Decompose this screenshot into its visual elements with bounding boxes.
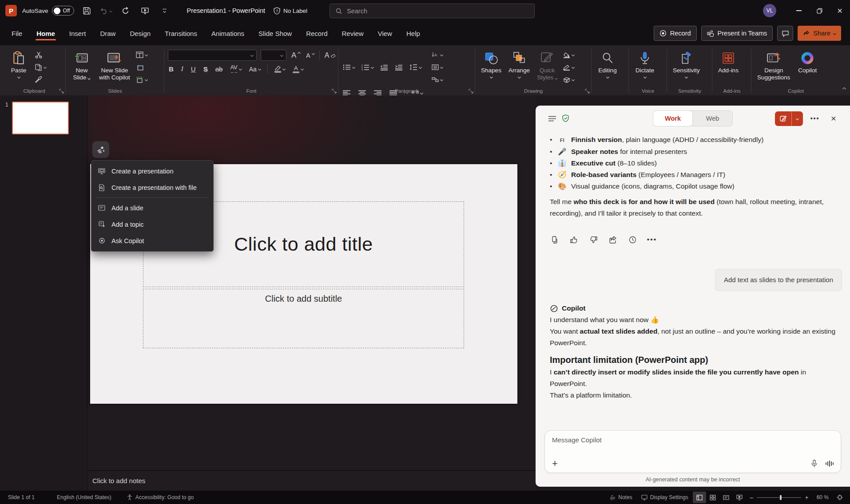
new-chat-dropdown[interactable]	[792, 111, 803, 126]
display-settings-toggle[interactable]: Display Settings	[637, 494, 693, 500]
numbering-button[interactable]: 123	[361, 62, 374, 72]
tab-draw[interactable]: Draw	[93, 24, 123, 43]
zoom-slider[interactable]: − +	[746, 494, 812, 501]
slide-sorter-view-button[interactable]	[706, 492, 719, 503]
paste-button[interactable]: Paste	[6, 49, 31, 80]
notes-toggle[interactable]: Notes	[605, 494, 636, 500]
editing-button[interactable]: Editing	[595, 49, 620, 80]
grow-font-button[interactable]: A	[290, 50, 301, 60]
user-avatar[interactable]: VL	[763, 4, 776, 17]
quick-styles-button[interactable]: QuickStyles	[535, 49, 560, 83]
shapes-button[interactable]: Shapes	[479, 49, 504, 80]
dictate-button[interactable]: Dictate	[632, 49, 657, 80]
quick-access-toolbar-chevron[interactable]	[158, 4, 172, 18]
menu-item-ask-copilot[interactable]: Ask Copilot	[91, 232, 213, 249]
line-spacing-button[interactable]	[409, 62, 422, 72]
composer-mic-icon[interactable]	[811, 460, 818, 468]
highlight-color-button[interactable]	[274, 64, 286, 74]
drawing-dialog-launcher[interactable]	[585, 89, 590, 94]
autosave-control[interactable]: AutoSave Off	[22, 6, 74, 16]
tab-work[interactable]: Work	[653, 111, 693, 126]
slide-indicator[interactable]: Slide 1 of 1	[4, 494, 39, 500]
record-button[interactable]: Record	[654, 26, 697, 41]
message-composer[interactable]: +	[544, 430, 841, 473]
redo-button[interactable]	[119, 4, 133, 18]
slide-thumbnail[interactable]	[12, 102, 69, 134]
new-slide-with-copilot-button[interactable]: New Slidewith Copilot	[97, 49, 132, 83]
close-button[interactable]: ×	[830, 0, 850, 21]
copy-button[interactable]	[34, 62, 47, 72]
zoom-handle[interactable]	[780, 495, 782, 500]
language-indicator[interactable]: English (United States)	[52, 494, 116, 500]
font-color-button[interactable]: A	[292, 64, 304, 74]
format-painter-button[interactable]	[34, 75, 47, 85]
convert-to-smartart-button[interactable]	[431, 75, 444, 85]
more-reactions-icon[interactable]: •••	[647, 235, 656, 244]
tab-slide-show[interactable]: Slide Show	[251, 24, 299, 43]
menu-item-add-slide[interactable]: Add a slide	[91, 200, 213, 216]
zoom-out-button[interactable]: −	[750, 494, 754, 501]
more-options-icon[interactable]: •••	[808, 112, 822, 125]
present-in-teams-button[interactable]: Present in Teams	[701, 26, 773, 41]
tab-view[interactable]: View	[371, 24, 399, 43]
sensitivity-button[interactable]: Sensitivity	[671, 49, 702, 80]
thumbs-up-icon[interactable]	[569, 235, 578, 244]
bold-button[interactable]: B	[168, 64, 175, 74]
search-input[interactable]	[347, 8, 516, 15]
share-response-icon[interactable]	[608, 235, 617, 244]
undo-button[interactable]	[99, 4, 113, 18]
comments-button[interactable]	[777, 26, 793, 41]
voice-waveform-icon[interactable]	[826, 461, 834, 467]
slide-thumbnail-panel[interactable]: 1	[0, 95, 88, 491]
tab-design[interactable]: Design	[123, 24, 158, 43]
minimize-button[interactable]	[789, 0, 809, 21]
underline-button[interactable]: U	[190, 64, 197, 74]
paragraph-dialog-launcher[interactable]	[469, 89, 473, 94]
menu-item-create-presentation-with-file[interactable]: Create a presentation with file	[91, 179, 213, 196]
fit-to-window-button[interactable]	[833, 492, 846, 503]
share-button[interactable]: Share	[798, 26, 841, 41]
protected-shield-icon[interactable]	[559, 112, 572, 125]
zoom-in-button[interactable]: +	[805, 494, 808, 501]
new-chat-pencil-icon[interactable]	[775, 111, 792, 126]
search-bar[interactable]	[330, 4, 535, 18]
font-size-select[interactable]	[261, 50, 286, 61]
zoom-level[interactable]: 60 %	[812, 494, 833, 500]
arrange-button[interactable]: Arrange	[506, 49, 532, 80]
sensitivity-label-badge[interactable]: ? No Label	[273, 7, 307, 15]
tab-animations[interactable]: Animations	[204, 24, 251, 43]
restore-button[interactable]	[809, 0, 830, 21]
decrease-indent-button[interactable]	[379, 62, 389, 72]
notes-pane[interactable]: Click to add notes	[88, 470, 536, 491]
slide-show-view-button[interactable]	[733, 492, 746, 503]
history-clock-icon[interactable]	[628, 235, 637, 244]
bullets-button[interactable]	[342, 62, 356, 72]
slide-layout-button[interactable]	[135, 50, 148, 60]
zoom-track[interactable]	[757, 497, 801, 498]
reset-slide-button[interactable]	[135, 62, 148, 72]
tab-transitions[interactable]: Transitions	[158, 24, 204, 43]
text-direction-button[interactable]: A	[431, 50, 444, 60]
copilot-canvas-button[interactable]	[92, 141, 109, 158]
shrink-font-button[interactable]: A	[305, 50, 315, 60]
tab-insert[interactable]: Insert	[62, 24, 93, 43]
new-slide-button[interactable]: NewSlide	[69, 49, 94, 83]
attach-plus-icon[interactable]: +	[552, 459, 558, 468]
change-case-button[interactable]: Aa	[248, 64, 262, 74]
increase-indent-button[interactable]	[394, 62, 404, 72]
menu-item-add-topic[interactable]: Add a topic	[91, 216, 213, 232]
tab-review[interactable]: Review	[335, 24, 371, 43]
tab-record[interactable]: Record	[299, 24, 334, 43]
shape-outline-button[interactable]	[562, 62, 575, 72]
add-text-as-slides-button[interactable]: Add text as slides to the presentation	[715, 269, 842, 291]
collapse-ribbon-button[interactable]	[843, 85, 846, 92]
addins-button[interactable]: Add-ins	[716, 49, 741, 76]
tab-home[interactable]: Home	[29, 24, 62, 43]
normal-view-button[interactable]	[693, 492, 706, 503]
shape-effects-button[interactable]	[562, 75, 575, 85]
subtitle-placeholder[interactable]: Click to add subtitle	[143, 289, 464, 348]
copilot-ribbon-button[interactable]: Copilot	[795, 49, 820, 76]
save-button[interactable]	[79, 4, 94, 18]
clipboard-dialog-launcher[interactable]	[59, 89, 64, 94]
hamburger-menu-icon[interactable]	[545, 112, 559, 125]
